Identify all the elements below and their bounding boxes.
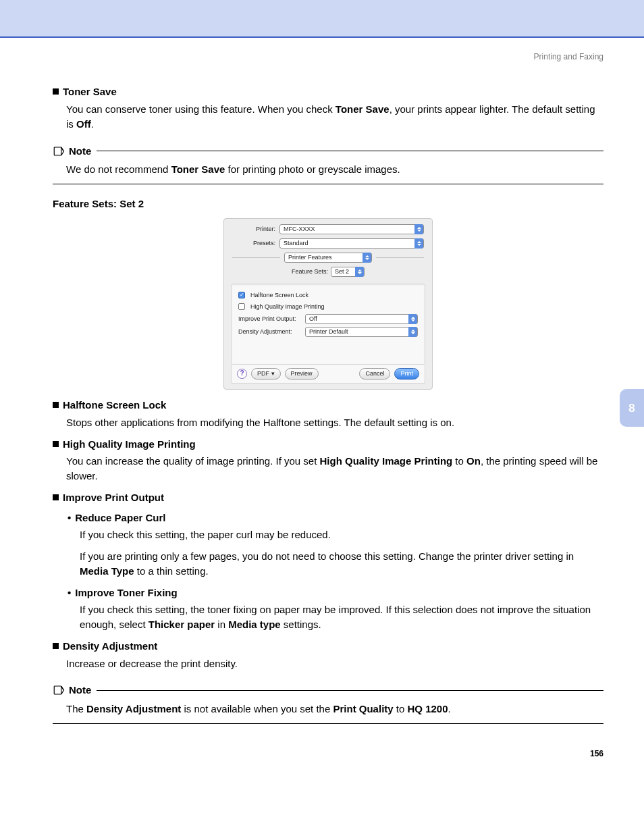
note-rule — [97, 690, 603, 691]
dialog-inner-panel: ✓ Halftone Screen Lock High Quality Imag… — [231, 284, 425, 365]
density-body: Increase or decrease the print density. — [66, 656, 603, 671]
text-bold: Toner Save — [336, 103, 390, 115]
dialog-footer: ? PDF ▾ Preview Cancel Print — [231, 365, 425, 384]
hq-title: High Quality Image Printing — [63, 438, 196, 450]
help-button[interactable]: ? — [237, 369, 247, 379]
halftone-title: Halftone Screen Lock — [63, 399, 166, 411]
text-bold: HQ 1200 — [408, 703, 448, 714]
stepper-arrows-icon — [414, 224, 423, 234]
improve-output-row: Improve Print Output: Off — [238, 313, 418, 325]
top-band — [0, 0, 644, 38]
preview-button[interactable]: Preview — [285, 368, 319, 380]
improve-title: Improve Print Output — [63, 492, 164, 503]
stepper-arrows-icon — [408, 327, 417, 337]
density-heading: Density Adjustment — [53, 639, 603, 654]
stepper-arrows-icon — [355, 267, 364, 277]
text: The — [66, 703, 86, 714]
improve-output-select[interactable]: Off — [305, 314, 418, 324]
toner-save-title: Toner Save — [63, 86, 117, 97]
square-bullet-icon — [53, 494, 59, 500]
presets-value: Standard — [284, 239, 308, 248]
text: settings. — [281, 619, 321, 630]
printer-select[interactable]: MFC-XXXX — [279, 224, 424, 234]
dialog-screenshot-wrap: Printer: MFC-XXXX Presets: Standard Prin… — [53, 218, 603, 390]
presets-select[interactable]: Standard — [279, 238, 424, 249]
cancel-button[interactable]: Cancel — [359, 368, 390, 380]
density-label: Density Adjustment: — [238, 328, 302, 336]
fixing-title: Improve Toner Fixing — [75, 587, 177, 598]
text-bold: Density Adjustment — [86, 703, 181, 714]
reduce-curl-p2: If you are printing only a few pages, yo… — [80, 549, 603, 579]
density-title: Density Adjustment — [63, 640, 157, 652]
density-row: Density Adjustment: Printer Default — [238, 325, 418, 338]
feature-sets-heading: Feature Sets: Set 2 — [53, 197, 603, 211]
print-dialog: Printer: MFC-XXXX Presets: Standard Prin… — [223, 218, 433, 390]
reduce-curl-heading: •Reduce Paper Curl — [66, 511, 603, 525]
square-bullet-icon — [53, 88, 59, 95]
text-bold: Toner Save — [171, 163, 225, 175]
improve-heading: Improve Print Output — [53, 490, 603, 505]
square-bullet-icon — [53, 402, 59, 408]
text-bold: On — [466, 455, 481, 467]
text-bold: Media Type — [80, 565, 134, 577]
checkbox-icon — [238, 303, 245, 310]
note-icon — [53, 684, 65, 696]
print-button[interactable]: Print — [394, 368, 419, 380]
square-bullet-icon — [53, 643, 59, 649]
text: for printing photo or greyscale images. — [225, 163, 400, 175]
toner-save-heading: Toner Save — [53, 84, 603, 99]
density-value: Printer Default — [309, 328, 348, 336]
density-select[interactable]: Printer Default — [305, 327, 418, 337]
note-label: Note — [69, 683, 91, 698]
note-body: We do not recommend Toner Save for print… — [66, 162, 603, 177]
square-bullet-icon — [53, 441, 59, 447]
note-underline — [53, 184, 603, 184]
toner-save-body: You can conserve toner using this featur… — [66, 102, 603, 132]
text-bold: Print Quality — [333, 703, 393, 714]
note-underline — [53, 723, 603, 724]
note-icon — [53, 145, 65, 157]
reduce-curl-p1: If you check this setting, the paper cur… — [80, 527, 603, 542]
text: to — [394, 703, 408, 714]
text: . — [91, 118, 94, 130]
hqimg-checkbox-label: High Quality Image Printing — [250, 303, 325, 311]
halftone-checkbox-row[interactable]: ✓ Halftone Screen Lock — [238, 290, 418, 301]
text-bold: High Quality Image Printing — [320, 455, 453, 467]
presets-label: Presets: — [232, 239, 279, 248]
text-bold: Off — [76, 118, 91, 130]
page-number: 156 — [53, 748, 603, 760]
text: in — [215, 619, 228, 630]
text-bold: Thicker paper — [149, 619, 215, 630]
pane-select[interactable]: Printer Features — [284, 253, 372, 263]
text: You can conserve toner using this featur… — [66, 103, 336, 115]
dialog-row-printer: Printer: MFC-XXXX — [224, 219, 432, 236]
note-block: Note The Density Adjustment is not avail… — [53, 683, 603, 724]
text: to — [452, 455, 466, 467]
hqimg-checkbox-row[interactable]: High Quality Image Printing — [238, 301, 418, 313]
svg-rect-1 — [54, 686, 61, 694]
hq-heading: High Quality Image Printing — [53, 437, 603, 452]
text: We do not recommend — [66, 163, 171, 175]
printer-value: MFC-XXXX — [284, 225, 315, 234]
feature-sets-select[interactable]: Set 2 — [331, 267, 365, 277]
improve-output-label: Improve Print Output: — [238, 315, 302, 323]
note-body: The Density Adjustment is not available … — [66, 702, 603, 716]
improve-output-value: Off — [309, 315, 317, 323]
dialog-row-feature-sets: Feature Sets: Set 2 — [224, 265, 432, 280]
text: You can increase the quality of image pr… — [66, 455, 320, 467]
stepper-arrows-icon — [408, 314, 417, 324]
text: If you are printing only a few pages, yo… — [80, 550, 574, 562]
text: is not available when you set the — [181, 703, 333, 714]
halftone-body: Stops other applications from modifying … — [66, 415, 603, 430]
reduce-curl-title: Reduce Paper Curl — [75, 512, 165, 523]
fixing-body: If you check this setting, the toner fix… — [80, 602, 603, 632]
checkbox-checked-icon: ✓ — [238, 292, 245, 298]
halftone-checkbox-label: Halftone Screen Lock — [250, 291, 308, 300]
note-label: Note — [69, 144, 91, 159]
feature-sets-value: Set 2 — [335, 267, 349, 276]
note-rule — [97, 151, 603, 151]
pdf-button[interactable]: PDF ▾ — [251, 368, 281, 380]
svg-rect-0 — [54, 147, 61, 155]
feature-sets-label: Feature Sets: — [292, 267, 328, 276]
text-bold: Media type — [228, 619, 281, 630]
